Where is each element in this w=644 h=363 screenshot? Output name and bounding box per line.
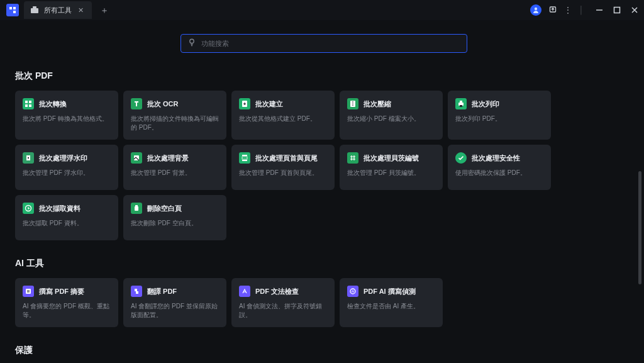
svg-point-2 xyxy=(534,8,536,10)
card-desc: 批次從其他格式建立 PDF。 xyxy=(239,114,327,123)
card-title: 批次處理貝茨編號 xyxy=(364,154,419,162)
minimize-button[interactable] xyxy=(595,6,604,14)
background-icon xyxy=(131,152,142,164)
kebab-menu-icon[interactable]: ⋮ xyxy=(564,6,572,14)
svg-rect-4 xyxy=(614,8,620,13)
new-tab-button[interactable]: ＋ xyxy=(97,3,112,18)
close-icon[interactable]: ✕ xyxy=(77,6,84,14)
svg-rect-17 xyxy=(242,160,247,161)
title-bar: 所有工具 ✕ ＋ ⋮ │ xyxy=(0,0,644,20)
compress-icon xyxy=(347,98,358,109)
header-footer-icon xyxy=(239,152,250,164)
svg-point-5 xyxy=(190,39,194,43)
translate-icon xyxy=(131,286,142,297)
grid-icon xyxy=(23,98,34,109)
search-input[interactable] xyxy=(201,40,460,47)
plus-file-icon xyxy=(239,98,250,109)
svg-rect-9 xyxy=(29,104,31,107)
card-desc: 批次將掃描的文件轉換為可編輯的 PDF。 xyxy=(131,114,219,132)
section-batch-pdf: 批次 PDF 批次轉換 批次將 PDF 轉換為其他格式。 批次 OCR 批次將掃… xyxy=(15,70,569,240)
card-title: 批次擷取資料 xyxy=(39,204,80,213)
card-title: 批次壓縮 xyxy=(364,99,391,108)
card-batch-print[interactable]: 批次列印 批次列印 PDF。 xyxy=(448,91,551,140)
close-button[interactable] xyxy=(630,6,639,14)
search-box[interactable] xyxy=(180,34,467,53)
card-ai-summary[interactable]: 撰寫 PDF 摘要 AI 會摘要您的 PDF 概觀、重點等。 xyxy=(15,278,118,327)
card-ai-grammar[interactable]: PDF 文法檢查 AI 會偵測文法、拼字及符號錯誤。 xyxy=(231,278,335,327)
svg-rect-20 xyxy=(135,206,138,211)
card-title: 批次處理背景 xyxy=(147,154,189,162)
card-batch-bates[interactable]: 批次處理貝茨編號 批次管理 PDF 貝茨編號。 xyxy=(340,145,443,190)
app-logo-icon xyxy=(6,4,19,16)
svg-rect-14 xyxy=(460,105,462,107)
watermark-icon xyxy=(23,152,34,164)
svg-rect-0 xyxy=(31,8,38,13)
trash-icon xyxy=(131,203,142,214)
svg-rect-21 xyxy=(135,205,138,206)
card-title: 批次處理浮水印 xyxy=(39,154,87,162)
card-desc: 使用密碼批次保護 PDF。 xyxy=(455,169,543,177)
card-delete-blank[interactable]: 刪除空白頁 批次刪除 PDF 空白頁。 xyxy=(123,195,226,240)
card-title: 翻譯 PDF xyxy=(147,287,177,296)
card-desc: 檢查文件是否由 AI 產生。 xyxy=(347,302,435,311)
text-icon xyxy=(131,98,142,109)
svg-rect-6 xyxy=(25,101,28,103)
card-title: PDF AI 撰寫偵測 xyxy=(364,287,416,296)
tab-label: 所有工具 xyxy=(44,6,72,15)
grammar-icon xyxy=(239,286,250,297)
card-title: 批次建立 xyxy=(255,99,283,108)
card-desc: 批次管理 PDF 貝茨編號。 xyxy=(347,169,435,177)
extract-icon xyxy=(23,203,34,214)
svg-rect-22 xyxy=(26,289,31,294)
card-desc: AI 會摘要您的 PDF 概觀、重點等。 xyxy=(23,302,111,320)
card-desc: 批次列印 PDF。 xyxy=(455,114,543,123)
window-controls xyxy=(595,6,639,14)
card-batch-convert[interactable]: 批次轉換 批次將 PDF 轉換為其他格式。 xyxy=(15,91,118,140)
card-batch-watermark[interactable]: 批次處理浮水印 批次管理 PDF 浮水印。 xyxy=(15,145,118,190)
card-batch-header-footer[interactable]: 批次處理頁首與頁尾 批次管理 PDF 頁首與頁尾。 xyxy=(231,145,335,190)
card-desc: AI 會翻譯您的 PDF 並保留原始版面配置。 xyxy=(131,302,219,320)
title-bar-right: ⋮ │ xyxy=(530,4,640,16)
card-ai-translate[interactable]: 翻譯 PDF AI 會翻譯您的 PDF 並保留原始版面配置。 xyxy=(123,278,226,327)
card-title: 批次處理安全性 xyxy=(472,154,520,162)
section-ai-tools: AI 工具 撰寫 PDF 摘要 AI 會摘要您的 PDF 概觀、重點等。 翻譯 … xyxy=(15,258,569,327)
svg-rect-18 xyxy=(242,157,247,159)
card-desc: 批次縮小 PDF 檔案大小。 xyxy=(347,114,435,123)
share-icon[interactable] xyxy=(549,6,557,15)
maximize-button[interactable] xyxy=(613,6,621,14)
section-protect: 保護 PDF 安全性 移除隱藏的資料 xyxy=(15,345,569,363)
card-batch-security[interactable]: 批次處理安全性 使用密碼批次保護 PDF。 xyxy=(448,145,551,190)
card-title: 刪除空白頁 xyxy=(147,204,182,213)
card-desc: 批次擷取 PDF 資料。 xyxy=(23,219,111,228)
svg-rect-8 xyxy=(25,104,28,107)
card-desc: 批次將 PDF 轉換為其他格式。 xyxy=(23,114,111,123)
card-desc: 批次管理 PDF 背景。 xyxy=(131,169,219,177)
card-title: PDF 文法檢查 xyxy=(255,287,299,296)
card-batch-background[interactable]: 批次處理背景 批次管理 PDF 背景。 xyxy=(123,145,226,190)
card-batch-compress[interactable]: 批次壓縮 批次縮小 PDF 檔案大小。 xyxy=(340,91,443,140)
card-title: 撰寫 PDF 摘要 xyxy=(39,287,84,296)
card-desc: 批次管理 PDF 浮水印。 xyxy=(23,169,111,177)
card-title: 批次 OCR xyxy=(147,99,179,108)
hash-icon xyxy=(347,152,358,164)
main-content: 批次 PDF 批次轉換 批次將 PDF 轉換為其他格式。 批次 OCR 批次將掃… xyxy=(0,20,644,363)
printer-icon xyxy=(455,98,467,109)
tab-all-tools[interactable]: 所有工具 ✕ xyxy=(24,1,92,19)
user-avatar-icon[interactable] xyxy=(530,4,541,16)
checkmark-icon xyxy=(455,152,467,164)
svg-rect-13 xyxy=(460,101,462,103)
card-ai-detect[interactable]: AI PDF AI 撰寫偵測 檢查文件是否由 AI 產生。 xyxy=(340,278,443,327)
svg-rect-1 xyxy=(33,6,36,8)
card-title: 批次處理頁首與頁尾 xyxy=(255,154,318,162)
card-batch-extract[interactable]: 批次擷取資料 批次擷取 PDF 資料。 xyxy=(15,195,118,240)
ai-detect-icon: AI xyxy=(347,286,358,297)
svg-rect-7 xyxy=(29,101,31,103)
card-batch-create[interactable]: 批次建立 批次從其他格式建立 PDF。 xyxy=(231,91,335,140)
summary-icon xyxy=(23,286,34,297)
section-title: 保護 xyxy=(15,345,569,356)
section-title: AI 工具 xyxy=(15,258,569,269)
svg-text:AI: AI xyxy=(352,289,355,293)
card-batch-ocr[interactable]: 批次 OCR 批次將掃描的文件轉換為可編輯的 PDF。 xyxy=(123,91,226,140)
scrollbar-thumb[interactable] xyxy=(638,171,641,284)
toolbox-icon xyxy=(30,6,39,14)
